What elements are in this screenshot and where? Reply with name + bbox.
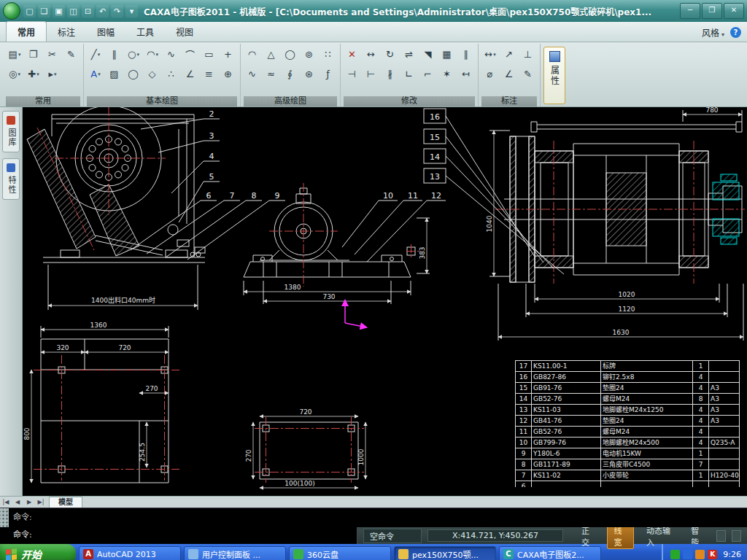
copy-icon[interactable]: ❐	[25, 45, 42, 64]
minimize-button[interactable]: ─	[680, 3, 700, 19]
style-button[interactable]: 风格▾	[702, 26, 724, 39]
tray-k-icon[interactable]: K	[708, 550, 717, 559]
ellipse-icon[interactable]: ◯	[125, 65, 142, 84]
properties-panel-button[interactable]: 属性	[543, 47, 565, 104]
tray-input-icon[interactable]	[695, 550, 705, 559]
start-button[interactable]: 开始	[0, 544, 76, 560]
group-label-advanced-draw: 高级绘图	[244, 96, 337, 106]
gear-icon[interactable]: ⊛	[301, 65, 318, 84]
rotate-icon[interactable]: ↻	[382, 45, 399, 64]
command-input[interactable]: 命令:	[0, 527, 357, 544]
spring-icon[interactable]: ∮	[282, 65, 299, 84]
ribbon-tab[interactable]: 视图	[165, 22, 204, 42]
polyline-icon[interactable]: ⌒	[182, 45, 199, 64]
drawing-area[interactable]: 1400出料口40mm时 2 3 4 5 6 7 8 9	[23, 107, 747, 496]
text-dim-icon[interactable]: ✎	[519, 65, 537, 84]
contour-icon[interactable]: ◠	[244, 45, 261, 64]
ribbon-tab[interactable]: 图幅	[86, 22, 125, 42]
mirror-icon[interactable]: ⇌	[400, 45, 418, 64]
double-wave-icon[interactable]: ≈	[263, 65, 280, 84]
fillet-icon[interactable]: ⌐	[419, 65, 437, 84]
move-icon[interactable]: ↔	[363, 45, 380, 64]
prev-sheet-icon[interactable]: ◀	[12, 499, 23, 505]
lock-icon[interactable]	[732, 530, 741, 542]
model-tab[interactable]: 模型	[49, 497, 82, 508]
polygon-icon[interactable]: ◇	[144, 65, 161, 84]
task-360-cloud[interactable]: 360云盘	[289, 546, 391, 560]
point-icon[interactable]: ∴	[163, 65, 180, 84]
help-icon[interactable]: ?	[730, 27, 741, 38]
first-sheet-icon[interactable]: |◀	[0, 499, 12, 505]
angle-dim-icon[interactable]: ∠	[500, 65, 518, 84]
diameter-dim-icon[interactable]: ⌀	[481, 65, 499, 84]
close-button[interactable]: ✕	[724, 3, 744, 19]
bom-row: 14 GB52-76 螺母M24 8 A3	[516, 394, 740, 405]
trim-icon[interactable]: ⊣	[344, 65, 361, 84]
redo-icon[interactable]: ↷	[111, 5, 123, 18]
formula-curve-icon[interactable]: ƒ	[320, 65, 337, 84]
open-file-icon[interactable]: ❏	[38, 5, 50, 18]
text-icon[interactable]: A▾	[87, 65, 104, 84]
tray-shield-icon[interactable]	[670, 550, 680, 559]
caxa-logo-icon[interactable]	[3, 2, 20, 20]
task-user-control-panel[interactable]: 用户控制面板 ...	[184, 546, 286, 560]
pan-icon[interactable]: ✚▾	[25, 65, 42, 84]
axis-icon[interactable]: ⊕	[220, 65, 237, 84]
task-caxa[interactable]: C CAXA电子图板2...	[499, 546, 601, 560]
sidebar-tab-properties[interactable]: 特性	[2, 158, 20, 200]
paste-icon[interactable]: ▤▾	[6, 45, 23, 64]
erase-icon[interactable]: ✕	[344, 45, 361, 64]
grid-icon[interactable]	[716, 530, 726, 542]
offset-icon[interactable]: ∥	[457, 45, 475, 64]
regular-polygon-icon[interactable]: △	[263, 45, 280, 64]
new-file-icon[interactable]: ▢	[23, 5, 36, 18]
explode-icon[interactable]: ✶	[438, 65, 456, 84]
undo-icon[interactable]: ↶	[96, 5, 109, 18]
command-history[interactable]: 命令:	[0, 508, 747, 527]
break-icon[interactable]: ∦	[382, 65, 399, 84]
hole-icon[interactable]: ⊚	[301, 45, 318, 64]
centerline-icon[interactable]: +	[220, 45, 237, 64]
circle-icon[interactable]: ○▾	[125, 45, 142, 64]
ellipse-adv-icon[interactable]: ◯	[282, 45, 299, 64]
arc-icon[interactable]: ◠▾	[144, 45, 161, 64]
hatch-icon[interactable]: ▨	[106, 65, 123, 84]
maximize-button[interactable]: ❐	[702, 3, 722, 19]
last-sheet-icon[interactable]: ▶|	[35, 499, 47, 505]
sidebar-tab-library[interactable]: 图库	[2, 111, 20, 152]
stretch-icon[interactable]: ↤	[457, 65, 475, 84]
drag-handle-icon[interactable]	[0, 508, 9, 527]
tray-im-icon[interactable]	[683, 550, 692, 559]
scale-icon[interactable]: ◥	[419, 45, 437, 64]
point-set-icon[interactable]: ∷	[320, 45, 337, 64]
rectangle-icon[interactable]: ▭	[201, 45, 218, 64]
wave-line-icon[interactable]: ∿	[244, 65, 261, 84]
line-icon[interactable]: ╱▾	[87, 45, 104, 64]
ribbon: ▤▾❐✂✎ ◎▾✚▾▸▾ 常用 ╱▾∥○▾◠▾∿⌒▭+ A▾▨◯◇∴∠≡⊕ 基本…	[0, 42, 747, 107]
extend-icon[interactable]: ⊢	[363, 65, 380, 84]
dimension-icon[interactable]: ↔▾	[481, 45, 499, 64]
datum-icon[interactable]: ⊥	[519, 45, 537, 64]
format-painter-icon[interactable]: ✎	[63, 45, 80, 64]
chamfer-icon[interactable]: ∠	[182, 65, 199, 84]
next-sheet-icon[interactable]: ▶	[23, 499, 35, 505]
ribbon-tab[interactable]: 工具	[125, 22, 165, 42]
print-icon[interactable]: ◫	[67, 5, 80, 18]
array-icon[interactable]: ▦	[438, 45, 456, 64]
equidistant-icon[interactable]: ≡	[201, 65, 218, 84]
ribbon-tab[interactable]: 标注	[47, 22, 86, 42]
corner-icon[interactable]: ∟	[400, 65, 418, 84]
group-label-basic-draw: 基本绘图	[87, 96, 237, 106]
spline-icon[interactable]: ∿	[163, 45, 180, 64]
leader-icon[interactable]: ↗	[500, 45, 518, 64]
select-icon[interactable]: ▸▾	[44, 65, 61, 84]
ribbon-tab[interactable]: 常用	[6, 21, 47, 42]
save-icon[interactable]: ▣	[53, 5, 65, 18]
task-autocad[interactable]: A AutoCAD 2013	[79, 546, 181, 560]
print-preview-icon[interactable]: ⊡	[82, 5, 94, 18]
task-crusher-folder[interactable]: pex150X750颚...	[394, 546, 496, 560]
cut-icon[interactable]: ✂	[44, 45, 61, 64]
zoom-icon[interactable]: ◎▾	[6, 65, 23, 84]
customize-dropdown-icon[interactable]: ▾	[125, 5, 138, 18]
parallel-line-icon[interactable]: ∥	[106, 45, 123, 64]
